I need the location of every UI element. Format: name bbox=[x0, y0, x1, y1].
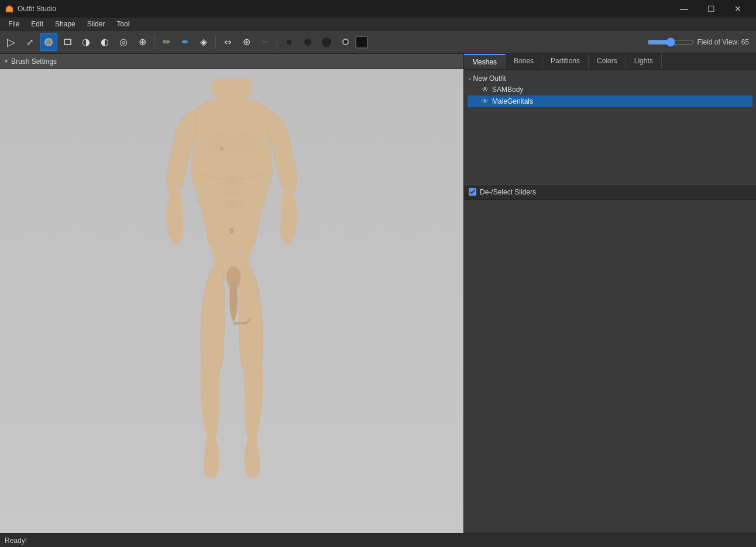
tab-lights[interactable]: Lights bbox=[626, 54, 662, 69]
menu-shape[interactable]: Shape bbox=[49, 19, 81, 29]
svg-point-10 bbox=[229, 199, 243, 210]
menu-file[interactable]: File bbox=[2, 19, 25, 29]
status-text: Ready! bbox=[5, 536, 27, 545]
menu-bar: File Edit Shape Slider Tool bbox=[0, 18, 756, 30]
figure-svg bbox=[138, 78, 325, 524]
tree-item-sambody[interactable]: 👁 SAMBody bbox=[468, 84, 752, 95]
deflate-tool-button[interactable]: ◐ bbox=[96, 33, 114, 51]
svg-point-14 bbox=[229, 228, 234, 234]
toolbar-separator-3 bbox=[277, 35, 277, 49]
sliders-checkbox[interactable] bbox=[469, 188, 476, 196]
close-button[interactable]: ✕ bbox=[724, 0, 751, 18]
app-icon bbox=[5, 4, 14, 13]
transform-tool-button[interactable]: ⤢ bbox=[21, 33, 39, 51]
menu-slider[interactable]: Slider bbox=[81, 19, 111, 29]
paint-tool-button[interactable]: ✒ bbox=[176, 33, 194, 51]
brush-settings-chevron[interactable]: ▾ bbox=[5, 58, 8, 64]
more-tools-button[interactable]: ··· bbox=[256, 33, 274, 51]
minimize-button[interactable]: — bbox=[671, 0, 697, 18]
dot-xlarge-button[interactable] bbox=[336, 33, 354, 51]
dot-large-button[interactable] bbox=[318, 33, 335, 51]
figure-container bbox=[0, 69, 463, 533]
brush-tool-button[interactable]: ✏ bbox=[157, 33, 175, 51]
viewport[interactable]: ▾ Brush Settings bbox=[0, 54, 463, 533]
tree-expand-icon[interactable]: ▪ bbox=[469, 76, 471, 82]
eye-icon-sambody[interactable]: 👁 bbox=[482, 86, 489, 94]
right-panel: Meshes Bones Partitions Colors Lights ▪ … bbox=[463, 54, 756, 533]
tab-meshes[interactable]: Meshes bbox=[464, 54, 506, 69]
mesh-tree: ▪ New Outfit 👁 SAMBody 👁 MaleGenitals bbox=[464, 70, 756, 184]
dot-small-button[interactable] bbox=[280, 33, 298, 51]
menu-tool[interactable]: Tool bbox=[111, 19, 135, 29]
tree-root-label: New Outfit bbox=[473, 74, 506, 83]
sliders-content bbox=[464, 200, 756, 533]
sliders-header-label: De-/Select Sliders bbox=[480, 188, 536, 196]
inflate-tool-button[interactable]: ◑ bbox=[77, 33, 95, 51]
toolbar-separator-2 bbox=[215, 35, 216, 49]
rect-select-button[interactable] bbox=[59, 33, 76, 51]
tab-colors[interactable]: Colors bbox=[589, 54, 626, 69]
svg-point-8 bbox=[229, 187, 243, 198]
tree-item-label-sambody: SAMBody bbox=[492, 86, 523, 94]
tree-root-item: ▪ New Outfit bbox=[468, 73, 752, 84]
title-bar: Outfit Studio — ☐ ✕ bbox=[0, 0, 756, 18]
dot-medium-button[interactable] bbox=[299, 33, 317, 51]
scale-button[interactable]: ⊛ bbox=[238, 33, 255, 51]
eye-icon-malegenitals[interactable]: 👁 bbox=[482, 97, 489, 105]
panel-tabs: Meshes Bones Partitions Colors Lights bbox=[464, 54, 756, 70]
tab-bones[interactable]: Bones bbox=[506, 54, 542, 69]
brush-settings-label: Brush Settings bbox=[11, 57, 57, 66]
window-controls: — ☐ ✕ bbox=[671, 0, 751, 18]
svg-point-4 bbox=[220, 147, 224, 151]
menu-edit[interactable]: Edit bbox=[25, 19, 49, 29]
status-bar: Ready! bbox=[0, 533, 756, 547]
toolbar: ▷ ⤢ ◑ ◐ ◎ ⊕ ✏ ✒ ◈ ⇔ ⊛ ··· Field of View bbox=[0, 30, 756, 54]
black-button[interactable] bbox=[355, 36, 368, 49]
erase-tool-button[interactable]: ◈ bbox=[195, 33, 212, 51]
fov-section: Field of View: 65 bbox=[647, 37, 754, 47]
select-tool-button[interactable]: ▷ bbox=[2, 33, 20, 51]
svg-point-6 bbox=[229, 176, 243, 186]
toolbar-separator-1 bbox=[154, 35, 154, 49]
app-title: Outfit Studio bbox=[18, 5, 671, 13]
mask-tool-button[interactable] bbox=[40, 33, 57, 51]
svg-point-2 bbox=[207, 132, 233, 153]
tree-item-label-malegenitals: MaleGenitals bbox=[492, 97, 533, 105]
brush-settings-bar: ▾ Brush Settings bbox=[0, 54, 463, 69]
tab-partitions[interactable]: Partitions bbox=[542, 54, 589, 69]
sliders-header: De-/Select Sliders bbox=[464, 184, 756, 200]
smooth-tool-button[interactable]: ◎ bbox=[115, 33, 132, 51]
move-vertex-button[interactable]: ⇔ bbox=[219, 33, 236, 51]
move-tool-button[interactable]: ⊕ bbox=[133, 33, 151, 51]
maximize-button[interactable]: ☐ bbox=[697, 0, 724, 18]
svg-point-3 bbox=[232, 132, 257, 153]
viewport-canvas[interactable] bbox=[0, 69, 463, 533]
main-area: ▾ Brush Settings bbox=[0, 54, 756, 533]
sliders-section: De-/Select Sliders bbox=[464, 184, 756, 533]
fov-label: Field of View: 65 bbox=[697, 38, 750, 46]
tree-item-malegenitals[interactable]: 👁 MaleGenitals bbox=[468, 95, 752, 107]
fov-slider[interactable] bbox=[647, 37, 694, 47]
